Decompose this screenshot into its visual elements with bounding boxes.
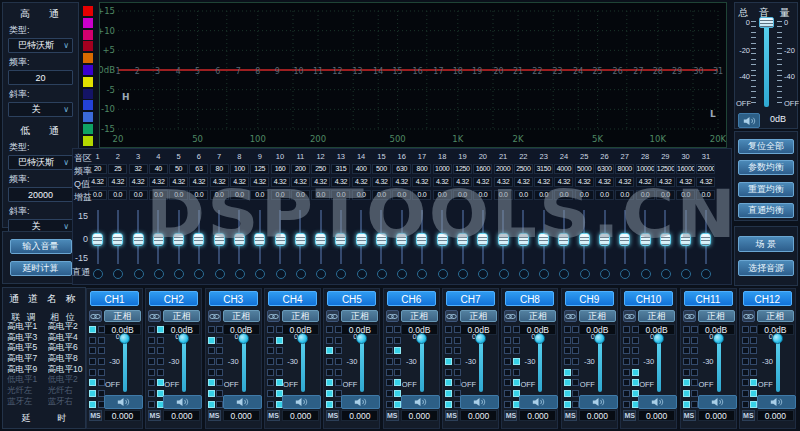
band-slider-handle[interactable] <box>295 233 306 246</box>
routing-checkbox[interactable] <box>148 379 155 386</box>
channel-mute-button[interactable] <box>757 395 796 409</box>
routing-checkbox[interactable] <box>742 347 749 354</box>
band-gain-cell[interactable]: 0.0 <box>554 190 573 200</box>
band-freq-cell[interactable]: 315 <box>331 164 350 174</box>
band-q-cell[interactable]: 4.32 <box>534 177 553 187</box>
band-gain-cell[interactable]: 0.0 <box>331 190 350 200</box>
routing-checkbox[interactable] <box>504 358 511 365</box>
routing-checkbox[interactable] <box>267 390 274 397</box>
ms-button[interactable]: MS <box>148 410 161 421</box>
routing-checkbox[interactable] <box>394 369 401 376</box>
link-button[interactable] <box>623 310 636 322</box>
band-bypass-radio[interactable] <box>154 269 164 279</box>
routing-checkbox[interactable] <box>504 326 511 333</box>
routing-checkbox[interactable] <box>572 369 579 376</box>
routing-checkbox[interactable] <box>326 337 333 344</box>
band-slider-handle[interactable] <box>193 233 204 246</box>
routing-checkbox[interactable] <box>513 369 520 376</box>
band-gain-cell[interactable]: 0.0 <box>575 190 594 200</box>
channel-mute-button[interactable] <box>519 395 558 409</box>
band-freq-cell[interactable]: 25 <box>108 164 127 174</box>
routing-checkbox[interactable] <box>267 379 274 386</box>
band-gain-cell[interactable]: 0.0 <box>696 190 715 200</box>
band-gain-cell[interactable]: 0.0 <box>412 190 431 200</box>
band-slider-handle[interactable] <box>477 233 488 246</box>
band-q-cell[interactable]: 4.32 <box>372 177 391 187</box>
channel-fader-handle[interactable] <box>534 333 545 344</box>
phase-button[interactable]: 正相 <box>638 310 675 322</box>
channel-delay-value[interactable]: 0.000 <box>579 410 616 421</box>
ms-button[interactable]: MS <box>683 410 696 421</box>
routing-checkbox[interactable] <box>564 401 571 408</box>
channel-delay-value[interactable]: 0.000 <box>223 410 260 421</box>
band-freq-cell[interactable]: 160 <box>271 164 290 174</box>
phase-button[interactable]: 正相 <box>282 310 319 322</box>
routing-checkbox[interactable] <box>623 379 630 386</box>
band-bypass-radio[interactable] <box>113 269 123 279</box>
band-freq-cell[interactable]: 63 <box>189 164 208 174</box>
routing-checkbox[interactable] <box>564 326 571 333</box>
channel-button[interactable]: CH3 <box>209 291 258 306</box>
band-gain-cell[interactable]: 0.0 <box>514 190 533 200</box>
band-slider-handle[interactable] <box>558 233 569 246</box>
routing-checkbox[interactable] <box>445 358 452 365</box>
routing-checkbox[interactable] <box>89 358 96 365</box>
link-button[interactable] <box>445 310 458 322</box>
routing-checkbox[interactable] <box>572 347 579 354</box>
band-freq-cell[interactable]: 5000 <box>575 164 594 174</box>
link-button[interactable] <box>742 310 755 322</box>
channel-delay-value[interactable]: 0.000 <box>341 410 378 421</box>
band-q-cell[interactable]: 4.32 <box>676 177 695 187</box>
routing-checkbox[interactable] <box>386 326 393 333</box>
routing-checkbox[interactable] <box>632 347 639 354</box>
routing-checkbox[interactable] <box>623 369 630 376</box>
band-freq-cell[interactable]: 1250 <box>453 164 472 174</box>
band-freq-cell[interactable]: 16000 <box>676 164 695 174</box>
phase-button[interactable]: 正相 <box>757 310 794 322</box>
band-gain-cell[interactable]: 0.0 <box>291 190 310 200</box>
routing-checkbox[interactable] <box>326 369 333 376</box>
band-freq-cell[interactable]: 20000 <box>696 164 715 174</box>
band-bypass-radio[interactable] <box>478 269 488 279</box>
band-q-cell[interactable]: 4.32 <box>595 177 614 187</box>
channel-fader-handle[interactable] <box>772 333 783 344</box>
ms-button[interactable]: MS <box>445 410 458 421</box>
band-slider-handle[interactable] <box>518 233 529 246</box>
routing-checkbox[interactable] <box>691 390 698 397</box>
routing-checkbox[interactable] <box>216 369 223 376</box>
ms-button[interactable]: MS <box>267 410 280 421</box>
routing-checkbox[interactable] <box>623 390 630 397</box>
ms-button[interactable]: MS <box>742 410 755 421</box>
routing-checkbox[interactable] <box>326 347 333 354</box>
routing-checkbox[interactable] <box>89 326 96 333</box>
routing-checkbox[interactable] <box>276 347 283 354</box>
routing-checkbox[interactable] <box>267 369 274 376</box>
routing-checkbox[interactable] <box>504 390 511 397</box>
band-freq-cell[interactable]: 2000 <box>494 164 513 174</box>
routing-checkbox[interactable] <box>216 347 223 354</box>
routing-checkbox[interactable] <box>564 347 571 354</box>
band-gain-cell[interactable]: 0.0 <box>473 190 492 200</box>
band-q-cell[interactable]: 4.32 <box>149 177 168 187</box>
channel-fader-handle[interactable] <box>416 333 427 344</box>
routing-checkbox[interactable] <box>276 369 283 376</box>
band-gain-cell[interactable]: 0.0 <box>250 190 269 200</box>
band-slider-handle[interactable] <box>437 233 448 246</box>
channel-fader-handle[interactable] <box>297 333 308 344</box>
band-bypass-radio[interactable] <box>93 269 103 279</box>
routing-checkbox[interactable] <box>564 337 571 344</box>
routing-checkbox[interactable] <box>445 379 452 386</box>
channel-button[interactable]: CH12 <box>743 291 792 306</box>
band-freq-cell[interactable]: 6300 <box>595 164 614 174</box>
master-fader-track[interactable] <box>764 21 769 107</box>
routing-checkbox[interactable] <box>504 379 511 386</box>
band-slider-handle[interactable] <box>214 233 225 246</box>
band-gain-cell[interactable]: 0.0 <box>453 190 472 200</box>
routing-checkbox[interactable] <box>386 401 393 408</box>
ms-button[interactable]: MS <box>208 410 221 421</box>
band-q-cell[interactable]: 4.32 <box>271 177 290 187</box>
band-gain-cell[interactable]: 0.0 <box>271 190 290 200</box>
routing-checkbox[interactable] <box>742 326 749 333</box>
routing-checkbox[interactable] <box>683 326 690 333</box>
channel-fader[interactable] <box>776 337 780 392</box>
